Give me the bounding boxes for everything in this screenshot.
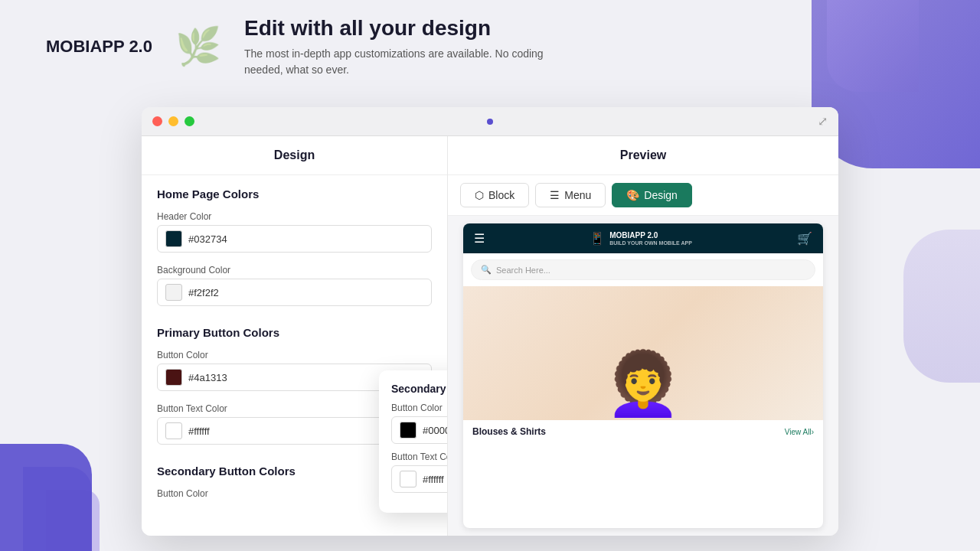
popup-button-color-label: Button Color — [391, 403, 448, 413]
secondary-button-popup: Secondary Button Colors Button Color #00… — [379, 370, 448, 513]
mobile-preview-container: ☰ 📱 MOBIAPP 2.0 BUILD YOUR OWN MOBILE AP… — [448, 216, 838, 536]
primary-button-color-swatch — [165, 369, 182, 386]
mac-minimize-button[interactable] — [168, 116, 178, 126]
design-panel-header: Design — [142, 136, 447, 175]
header-color-value: #032734 — [188, 233, 227, 245]
mobile-app-name: MOBIAPP 2.0 — [609, 231, 692, 240]
popup-title: Secondary Button Colors — [391, 383, 448, 395]
primary-button-color-value: #4a1313 — [188, 372, 227, 383]
preview-tabs: ⬡ Block ☰ Menu 🎨 Design — [448, 175, 838, 216]
background-color-input[interactable]: #f2f2f2 — [157, 279, 432, 306]
home-page-colors-title: Home Page Colors — [142, 175, 447, 207]
design-panel: Design Home Page Colors Header Color #03… — [142, 136, 448, 536]
cart-icon[interactable]: 🛒 — [797, 231, 812, 246]
page-header: MOBIAPP 2.0 🌿 Edit with all your design … — [46, 15, 550, 78]
popup-button-text-color-value: #ffffff — [423, 474, 444, 485]
hero-title: Edit with all your design — [244, 15, 550, 41]
popup-button-color-input[interactable]: #000000 — [391, 416, 448, 444]
preview-panel: Preview ⬡ Block ☰ Menu 🎨 Design — [448, 136, 838, 536]
mobile-screen: ☰ 📱 MOBIAPP 2.0 BUILD YOUR OWN MOBILE AP… — [463, 223, 823, 528]
mac-window: ⤢ Design Home Page Colors Header Color #… — [142, 107, 838, 536]
view-all-label: View All — [785, 428, 812, 436]
bg-decoration-right-mid — [903, 230, 980, 383]
search-icon: 🔍 — [481, 265, 492, 275]
flower-icon: 🌿 — [175, 25, 221, 68]
popup-button-text-color-swatch — [400, 471, 416, 487]
chevron-right-icon: › — [812, 428, 814, 436]
background-color-label: Background Color — [142, 260, 447, 279]
tab-design[interactable]: 🎨 Design — [612, 183, 692, 207]
brand-name: MOBIAPP 2.0 — [46, 37, 152, 57]
preview-panel-header: Preview — [448, 136, 838, 175]
tab-menu-label: Menu — [564, 189, 591, 201]
mac-dot-indicator — [487, 119, 493, 125]
popup-button-color-swatch — [400, 422, 416, 439]
tab-design-label: Design — [644, 189, 678, 201]
tab-block-label: Block — [488, 189, 514, 201]
block-icon: ⬡ — [475, 189, 484, 201]
header-color-swatch — [165, 230, 182, 247]
mobile-hero-image: 👩‍🦱 — [463, 286, 823, 420]
mobile-app-tagline: BUILD YOUR OWN MOBILE APP — [609, 240, 692, 246]
hero-person-icon: 👩‍🦱 — [605, 348, 681, 420]
mac-close-button[interactable] — [152, 116, 162, 126]
category-title: Blouses & Shirts — [472, 426, 546, 437]
hero-text: Edit with all your design The most in-de… — [244, 15, 550, 78]
bg-decoration-top-right-2 — [827, 0, 919, 92]
mac-maximize-button[interactable] — [185, 116, 194, 126]
hamburger-icon[interactable]: ☰ — [474, 231, 485, 246]
primary-button-text-color-value: #ffffff — [188, 425, 210, 437]
mobile-search-placeholder: Search Here... — [496, 266, 550, 275]
tab-menu[interactable]: ☰ Menu — [535, 183, 606, 207]
hero-description: The most in-depth app customizations are… — [244, 46, 550, 78]
design-icon: 🎨 — [626, 189, 639, 201]
primary-button-text-color-swatch — [165, 422, 182, 439]
tab-block[interactable]: ⬡ Block — [460, 183, 529, 207]
window-content: Design Home Page Colors Header Color #03… — [142, 136, 838, 536]
mobile-logo-area: 📱 MOBIAPP 2.0 BUILD YOUR OWN MOBILE APP — [590, 231, 692, 246]
popup-button-color-value: #000000 — [423, 425, 448, 436]
view-all-link[interactable]: View All › — [785, 428, 814, 436]
background-color-swatch — [165, 284, 182, 301]
mobile-app-header: ☰ 📱 MOBIAPP 2.0 BUILD YOUR OWN MOBILE AP… — [463, 223, 823, 253]
mobile-logo-icon: 📱 — [590, 231, 605, 246]
menu-icon: ☰ — [550, 189, 560, 201]
popup-button-text-color-input[interactable]: #ffffff — [391, 465, 448, 493]
mobile-search-bar[interactable]: 🔍 Search Here... — [471, 259, 815, 280]
popup-button-text-color-label: Button Text Color — [391, 452, 448, 462]
mobile-category-row: Blouses & Shirts View All › — [463, 420, 823, 440]
mac-expand-button[interactable]: ⤢ — [818, 114, 828, 129]
mac-titlebar: ⤢ — [142, 107, 838, 136]
header-color-label: Header Color — [142, 207, 447, 225]
primary-button-colors-title: Primary Button Colors — [142, 314, 447, 345]
primary-button-color-label: Button Color — [142, 345, 447, 364]
mobile-app-title-block: MOBIAPP 2.0 BUILD YOUR OWN MOBILE APP — [609, 231, 692, 246]
header-color-input[interactable]: #032734 — [157, 225, 432, 253]
background-color-value: #f2f2f2 — [188, 287, 219, 298]
